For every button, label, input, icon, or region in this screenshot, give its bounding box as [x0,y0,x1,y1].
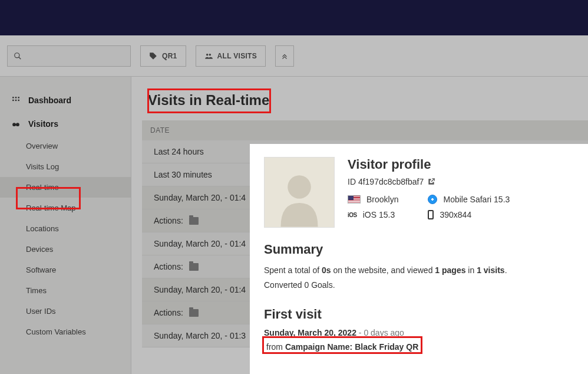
mobile-device-icon [428,210,434,219]
avatar-placeholder-icon [273,168,326,227]
first-visit-date: Sunday, March 20, 2022 - 0 days ago [264,328,574,337]
campaign-source: from Campaign Name: Black Friday QR [264,341,421,353]
summary-heading: Summary [264,242,574,257]
us-flag-icon [348,195,361,204]
location-text: Brooklyn [366,195,398,204]
location-row: Brooklyn [348,195,398,204]
summary-time: 0s [322,265,331,275]
campaign-from: from [266,342,285,352]
summary-pages: 1 pages [435,265,465,275]
os-row: iOS iOS 15.3 [348,210,398,219]
first-visit-ago: - 0 days ago [356,328,404,337]
visitor-id: ID 4f197dc8cb8fbaf7 [348,177,574,186]
svg-point-13 [288,175,311,199]
browser-row: Mobile Safari 15.3 [428,195,510,204]
campaign-name: Campaign Name: Black Friday QR [285,342,418,352]
avatar [264,157,335,228]
visitor-profile-popup: Visitor profile ID 4f197dc8cb8fbaf7 Broo… [250,144,588,374]
resolution-text: 390x844 [440,210,471,219]
popup-title: Visitor profile [348,157,574,172]
summary-part: Spent a total of [264,265,322,275]
browser-text: Mobile Safari 15.3 [443,195,510,204]
external-link-icon[interactable] [427,178,435,186]
resolution-row: 390x844 [428,210,510,219]
summary-visits: 1 visits [477,265,504,275]
ios-icon: iOS [348,212,357,218]
summary-goals: Converted 0 Goals. [264,280,335,290]
os-text: iOS 15.3 [363,210,395,219]
summary-part: on the website, and viewed [331,265,435,275]
summary-text: Spent a total of 0s on the website, and … [264,263,574,293]
visitor-id-text: ID 4f197dc8cb8fbaf7 [348,177,424,186]
first-visit-heading: First visit [264,307,574,322]
first-visit-date-text: Sunday, March 20, 2022 [264,328,356,337]
summary-part: in [465,265,477,275]
summary-part: . [505,265,507,275]
safari-icon [428,195,437,204]
